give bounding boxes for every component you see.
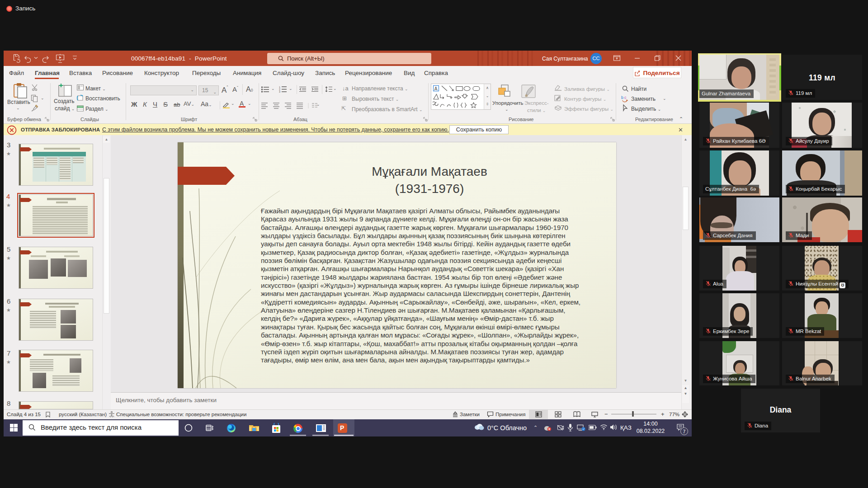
svg-text:c: c — [624, 95, 627, 100]
svg-text:3: 3 — [279, 90, 280, 93]
svg-text:A: A — [434, 86, 438, 91]
svg-text:b: b — [621, 95, 623, 100]
